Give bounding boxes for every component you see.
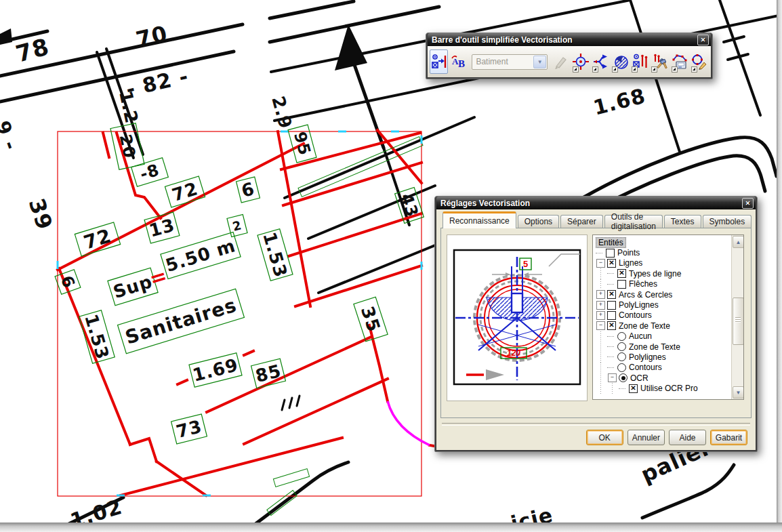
- tab-textes[interactable]: Textes: [664, 215, 701, 228]
- svg-text:9 -: 9 -: [0, 118, 22, 154]
- tree-item-utilise-ocr-pro[interactable]: Utilise OCR Pro: [596, 383, 743, 393]
- tree-item-label: Contours: [629, 363, 662, 372]
- scrollbar-thumb[interactable]: [733, 298, 744, 345]
- linestyle-combobox[interactable]: Batiment▼: [472, 54, 548, 70]
- dialog-close-icon[interactable]: ✕: [742, 198, 754, 209]
- window-border-right: [777, 0, 782, 532]
- radio-button[interactable]: [619, 373, 627, 382]
- toolbar-close-icon[interactable]: ✕: [697, 35, 709, 45]
- map-label: 39: [24, 195, 58, 233]
- ocr-label: 5.50 m: [161, 232, 241, 279]
- tree-item-fl-ches[interactable]: Flêches: [596, 279, 743, 289]
- ocr-label: 95: [288, 125, 316, 163]
- tree-item-label: Types de ligne: [629, 269, 681, 279]
- checkbox[interactable]: [607, 311, 616, 320]
- collapse-icon[interactable]: −: [596, 259, 605, 268]
- tree-item-lignes[interactable]: −Lignes: [596, 258, 743, 268]
- radio-button[interactable]: [617, 363, 626, 372]
- ocr-label: 72: [165, 176, 205, 207]
- repair-hammer-button[interactable]: [651, 49, 669, 74]
- tree-item-arcs-cercles[interactable]: +Arcs & Cercles: [596, 289, 743, 300]
- tree-root-label: Entités: [596, 237, 626, 248]
- checkbox[interactable]: [617, 280, 626, 289]
- ok-button[interactable]: OK: [586, 430, 623, 445]
- ocr-label: 1.53: [258, 229, 293, 281]
- gabarit-button[interactable]: Gabarit: [710, 430, 747, 445]
- target-button[interactable]: [572, 49, 590, 74]
- flyout-badge-icon: [672, 66, 678, 73]
- ocr-text-button[interactable]: AB: [449, 49, 468, 74]
- expand-icon[interactable]: +: [596, 311, 605, 320]
- svg-text:6: 6: [57, 273, 79, 291]
- pen-icon: [553, 54, 569, 70]
- checkbox[interactable]: [607, 290, 616, 299]
- dialog-tabs: ReconnaissanceOptionsSéparerOutils de di…: [440, 212, 752, 228]
- toolbar-title: Barre d'outil simplifiée Vectorisation: [432, 35, 573, 45]
- save-polyline-button[interactable]: [671, 49, 689, 74]
- tree-item-zone-de-texte[interactable]: −Zone de Texte: [596, 321, 743, 331]
- expand-icon[interactable]: +: [596, 290, 605, 299]
- vectorization-preview: 5 120: [447, 234, 588, 401]
- ocr-label: 1.53: [79, 310, 115, 364]
- tree-item-contours[interactable]: +Contours: [596, 310, 743, 321]
- checkbox[interactable]: [629, 384, 638, 393]
- collapse-icon[interactable]: −: [596, 321, 605, 330]
- flyout-badge-icon: [612, 66, 618, 73]
- checkbox[interactable]: [607, 259, 616, 268]
- svg-text:1.69: 1.69: [190, 354, 240, 386]
- ocr-label: 73: [171, 414, 207, 444]
- dialog-titlebar[interactable]: Réglages Vectorisation ✕: [436, 197, 756, 209]
- tab-page-reconnaissance: 5 120 EntitésPoints−LignesTypes de ligne…: [440, 228, 752, 418]
- toolbar-titlebar[interactable]: Barre d'outil simplifiée Vectorisation ✕: [428, 33, 711, 46]
- flyout-badge-icon: [573, 66, 579, 73]
- tree-item-points[interactable]: Points: [596, 247, 743, 258]
- tree-item-label: PolyLignes: [619, 300, 659, 310]
- chevron-down-icon[interactable]: ▼: [533, 56, 546, 68]
- tree-item-zone-de-texte[interactable]: Zone de Texte: [596, 342, 743, 352]
- flyout-badge-icon: [592, 66, 598, 73]
- radio-button[interactable]: [617, 342, 626, 351]
- checkbox[interactable]: [607, 301, 616, 310]
- tree-item-types-de-ligne[interactable]: Types de ligne: [596, 268, 743, 279]
- map-label: 70: [133, 20, 170, 52]
- ocr-label: 2: [227, 215, 247, 237]
- tab-reconnaissance[interactable]: Reconnaissance: [443, 211, 516, 228]
- collapse-icon[interactable]: −: [608, 373, 617, 382]
- scroll-up-icon[interactable]: ▲: [733, 236, 744, 248]
- annuler-button[interactable]: Annuler: [627, 430, 665, 445]
- tab-options[interactable]: Options: [518, 215, 559, 228]
- hatch-circle-button[interactable]: [611, 49, 630, 74]
- svg-text:120: 120: [507, 348, 520, 358]
- checkbox[interactable]: [617, 269, 626, 278]
- tree-item-ocr[interactable]: −OCR: [596, 373, 743, 383]
- symbol-arrow-icon: [431, 54, 447, 70]
- tree-item-entit-s[interactable]: Entités: [596, 237, 743, 247]
- scroll-down-icon[interactable]: ▼: [733, 386, 744, 398]
- tree-item-polylignes[interactable]: Polylignes: [596, 352, 743, 362]
- window-border-bottom: [0, 523, 782, 532]
- tab-outils-de-digitalisation[interactable]: Outils de digitalisation: [604, 215, 663, 228]
- svg-text:1.68: 1.68: [591, 84, 648, 120]
- split-arrows-button[interactable]: [592, 49, 610, 74]
- expand-icon[interactable]: +: [596, 301, 605, 310]
- symbol-arrow-button[interactable]: [430, 49, 448, 74]
- vectorize-lines-button[interactable]: [631, 49, 649, 74]
- checkbox[interactable]: [607, 321, 616, 330]
- tree-item-contours[interactable]: Contours: [596, 363, 743, 373]
- tab-symboles[interactable]: Symboles: [703, 215, 752, 228]
- tree-item-aucun[interactable]: Aucun: [596, 331, 743, 342]
- radio-button[interactable]: [617, 332, 626, 341]
- dialog-buttons: OKAnnulerAideGabarit: [440, 430, 752, 445]
- edit-polyline-button[interactable]: [691, 49, 709, 74]
- checkbox[interactable]: [606, 249, 615, 258]
- svg-text:Sanitaires: Sanitaires: [123, 293, 239, 348]
- pen-button: [552, 49, 570, 74]
- tree-scrollbar[interactable]: ▲ ▼: [731, 235, 743, 399]
- tree-item-label: OCR: [630, 373, 649, 383]
- radio-button[interactable]: [617, 352, 626, 361]
- svg-text:35: 35: [357, 304, 384, 335]
- tree-item-polylignes[interactable]: +PolyLignes: [596, 300, 743, 310]
- reglages-vectorisation-dialog: Réglages Vectorisation ✕ ReconnaissanceO…: [434, 196, 758, 452]
- aide-button[interactable]: Aide: [669, 430, 706, 445]
- tab-s-parer[interactable]: Séparer: [560, 215, 603, 228]
